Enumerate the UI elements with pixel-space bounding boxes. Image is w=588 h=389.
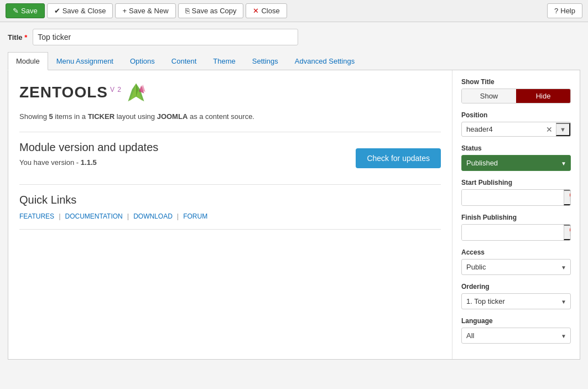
tab-theme[interactable]: Theme	[205, 52, 243, 70]
title-label: Title *	[8, 33, 27, 42]
content-area: Title * Module Menu Assignment Options C…	[0, 22, 588, 366]
tab-options[interactable]: Options	[122, 52, 163, 70]
show-title-label: Show Title	[461, 78, 571, 86]
quick-link-documentation[interactable]: DOCUMENTATION	[65, 212, 123, 220]
finish-publishing-field: Finish Publishing 📅	[461, 214, 571, 241]
divider-2	[19, 184, 441, 185]
start-publishing-input-group: 📅	[461, 189, 571, 206]
show-title-field: Show Title Show Hide	[461, 78, 571, 103]
position-arrow-btn[interactable]: ▼	[556, 123, 570, 136]
finish-publishing-input[interactable]	[462, 225, 564, 240]
save-copy-label: Save as Copy	[192, 7, 237, 15]
zentools-text: ZENTOOLSV 2	[19, 84, 122, 101]
save-new-label: Save & New	[129, 7, 169, 15]
save-label: Save	[21, 7, 38, 15]
position-label: Position	[461, 111, 571, 119]
tab-advanced-settings[interactable]: Advanced Settings	[287, 52, 363, 70]
tab-module[interactable]: Module	[8, 52, 48, 70]
access-label: Access	[461, 248, 571, 256]
show-hide-toggle: Show Hide	[461, 89, 571, 103]
save-new-button[interactable]: + Save & New	[115, 3, 175, 18]
close-icon: ✕	[253, 7, 259, 15]
position-clear-btn[interactable]: ✕	[543, 123, 556, 136]
finish-publishing-input-group: 📅	[461, 224, 571, 241]
sep-1: |	[59, 212, 60, 220]
tab-menu-assignment[interactable]: Menu Assignment	[48, 52, 122, 70]
quick-links-title: Quick Links	[19, 194, 441, 206]
main-layout: ZENTOOLSV 2 Showing 5 items in a TICKER	[8, 70, 580, 360]
access-select[interactable]: Public	[461, 259, 571, 275]
version-title: Module version and updates	[19, 141, 158, 154]
save-close-button[interactable]: ✔ Save & Close	[47, 3, 113, 18]
leaf-icon	[125, 81, 147, 103]
help-label: Help	[560, 7, 575, 15]
language-select-wrap: All	[461, 328, 571, 344]
show-toggle-btn[interactable]: Show	[462, 89, 516, 103]
module-description: Showing 5 items in a TICKER layout using…	[19, 112, 441, 121]
start-publishing-label: Start Publishing	[461, 179, 571, 186]
access-field: Access Public	[461, 248, 571, 275]
status-select[interactable]: Published	[461, 155, 571, 171]
access-select-wrap: Public	[461, 259, 571, 275]
save-button[interactable]: ✎ Save	[6, 3, 45, 18]
start-publishing-input[interactable]	[462, 190, 564, 205]
language-label: Language	[461, 317, 571, 325]
hide-toggle-btn[interactable]: Hide	[516, 89, 570, 103]
status-label: Status	[461, 144, 571, 152]
start-publishing-field: Start Publishing 📅	[461, 179, 571, 206]
quick-links-list: FEATURES | DOCUMENTATION | DOWNLOAD | FO…	[19, 212, 441, 220]
language-field: Language All	[461, 317, 571, 344]
help-icon: ?	[554, 7, 558, 15]
sep-3: |	[177, 212, 179, 220]
divider-3	[19, 229, 441, 230]
quick-link-download[interactable]: DOWNLOAD	[133, 212, 173, 220]
plus-icon: +	[122, 7, 127, 15]
checkmark-icon: ✔	[54, 7, 60, 15]
sep-2: |	[127, 212, 129, 220]
language-select[interactable]: All	[461, 328, 571, 344]
version-section: Module version and updates You have vers…	[19, 141, 441, 175]
zentools-logo: ZENTOOLSV 2	[19, 81, 441, 103]
tab-settings[interactable]: Settings	[244, 52, 287, 70]
copy-icon: ⎘	[185, 7, 190, 15]
position-select-wrap: header4 ✕ ▼	[461, 122, 571, 137]
divider-1	[19, 132, 441, 132]
left-panel: ZENTOOLSV 2 Showing 5 items in a TICKER	[8, 70, 452, 359]
tab-content[interactable]: Content	[163, 52, 205, 70]
close-button[interactable]: ✕ Close	[246, 3, 287, 18]
right-panel: Show Title Show Hide Position header4 ✕ …	[452, 70, 580, 359]
title-row: Title *	[8, 29, 580, 45]
toolbar: ✎ Save ✔ Save & Close + Save & New ⎘ Sav…	[0, 0, 588, 22]
help-button[interactable]: ? Help	[547, 3, 582, 18]
finish-publishing-calendar-btn[interactable]: 📅	[564, 225, 571, 240]
quick-link-features[interactable]: FEATURES	[19, 212, 54, 220]
start-publishing-calendar-btn[interactable]: 📅	[564, 190, 571, 205]
version-text: You have version - 1.1.5	[19, 158, 158, 167]
ordering-label: Ordering	[461, 283, 571, 291]
save-close-label: Save & Close	[63, 7, 106, 15]
status-select-wrap: Published	[461, 155, 571, 171]
ordering-select-wrap: 1. Top ticker	[461, 293, 571, 309]
ordering-select[interactable]: 1. Top ticker	[461, 293, 571, 309]
position-field: Position header4 ✕ ▼	[461, 111, 571, 137]
save-icon: ✎	[13, 7, 19, 15]
close-label: Close	[261, 7, 279, 15]
check-updates-button[interactable]: Check for updates	[356, 148, 441, 168]
title-input[interactable]	[33, 29, 298, 45]
finish-publishing-label: Finish Publishing	[461, 214, 571, 221]
position-value: header4	[462, 122, 543, 136]
status-field: Status Published	[461, 144, 571, 171]
ordering-field: Ordering 1. Top ticker	[461, 283, 571, 309]
quick-link-forum[interactable]: FORUM	[183, 212, 207, 220]
save-copy-button[interactable]: ⎘ Save as Copy	[178, 3, 244, 18]
tabs: Module Menu Assignment Options Content T…	[8, 52, 580, 70]
quick-links-section: Quick Links FEATURES | DOCUMENTATION | D…	[19, 194, 441, 220]
